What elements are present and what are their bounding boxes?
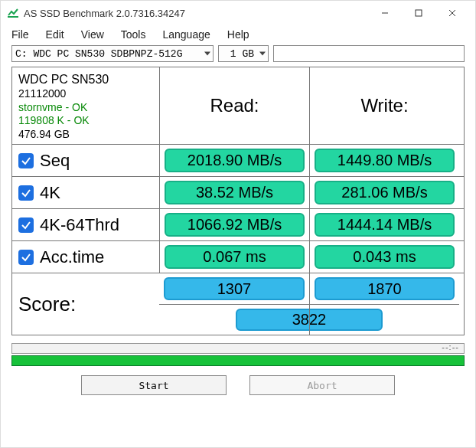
seq-write: 1449.80 MB/s [315, 149, 455, 172]
test-row-acc: Acc.time [12, 241, 159, 273]
app-window: AS SSD Benchmark 2.0.7316.34247 File Edi… [0, 0, 476, 448]
score-write: 1870 [315, 277, 455, 300]
results-grid: WDC PC SN530 21112000 stornvme - OK 1198… [11, 67, 465, 335]
menu-file[interactable]: File [11, 28, 29, 41]
selector-row: C: WDC PC SN530 SDBPNPZ-512G 1 GB [1, 45, 475, 67]
checkbox-seq[interactable] [18, 153, 34, 168]
drive-driver: stornvme - OK [18, 101, 87, 115]
menu-view[interactable]: View [81, 28, 104, 41]
drive-info: WDC PC SN530 21112000 stornvme - OK 1198… [12, 67, 159, 144]
drive-firmware: 21112000 [18, 87, 66, 101]
app-icon [7, 7, 19, 19]
abort-button: Abort [249, 375, 395, 395]
close-button[interactable] [435, 2, 469, 24]
4k64-read: 1066.92 MB/s [165, 213, 305, 237]
4k64-write: 1444.14 MB/s [315, 213, 455, 237]
checkbox-4k64[interactable] [18, 217, 34, 233]
window-title: AS SSD Benchmark 2.0.7316.34247 [24, 8, 368, 19]
menu-help[interactable]: Help [227, 28, 249, 41]
chevron-down-icon [259, 52, 266, 56]
progress-bar: --:-- [11, 343, 465, 354]
size-select-value: 1 GB [230, 48, 254, 60]
progress-time: --:-- [442, 342, 459, 352]
menu-edit[interactable]: Edit [46, 28, 64, 41]
titlebar: AS SSD Benchmark 2.0.7316.34247 [1, 1, 475, 25]
test-label: 4K-64Thrd [40, 215, 119, 235]
acc-read: 0.067 ms [165, 245, 305, 269]
menu-language[interactable]: Language [162, 28, 210, 41]
drive-select-value: C: WDC PC SN530 SDBPNPZ-512G [15, 48, 182, 60]
test-row-4k64: 4K-64Thrd [12, 209, 159, 240]
test-label: Seq [40, 151, 70, 171]
test-row-seq: Seq [12, 145, 159, 176]
seq-read: 2018.90 MB/s [165, 149, 305, 172]
header-read: Read: [159, 67, 309, 144]
start-button[interactable]: Start [81, 375, 227, 395]
minimize-button[interactable] [368, 2, 402, 24]
checkbox-acc[interactable] [18, 250, 34, 265]
button-row: Start Abort [1, 375, 475, 395]
menu-tools[interactable]: Tools [121, 28, 146, 41]
4k-write: 281.06 MB/s [315, 181, 455, 204]
score-read: 1307 [164, 277, 305, 300]
blank-field [273, 45, 465, 62]
svg-rect-0 [8, 16, 18, 18]
acc-write: 0.043 ms [315, 245, 455, 269]
checkbox-4k[interactable] [18, 185, 34, 201]
svg-rect-2 [416, 10, 422, 16]
4k-read: 38.52 MB/s [165, 181, 305, 204]
drive-model: WDC PC SN530 [18, 72, 109, 87]
drive-select[interactable]: C: WDC PC SN530 SDBPNPZ-512G [11, 45, 214, 62]
test-label: Acc.time [40, 247, 104, 267]
drive-capacity: 476.94 GB [18, 128, 70, 142]
menubar: File Edit View Tools Language Help [1, 25, 475, 45]
chevron-down-icon [204, 52, 210, 56]
drive-align: 119808 K - OK [18, 114, 90, 128]
test-row-4k: 4K [12, 177, 159, 208]
test-label: 4K [40, 183, 60, 203]
size-select[interactable]: 1 GB [218, 45, 269, 62]
score-label: Score: [12, 273, 159, 335]
maximize-button[interactable] [402, 2, 435, 24]
progress-fill [11, 355, 465, 366]
header-write: Write: [309, 67, 459, 144]
